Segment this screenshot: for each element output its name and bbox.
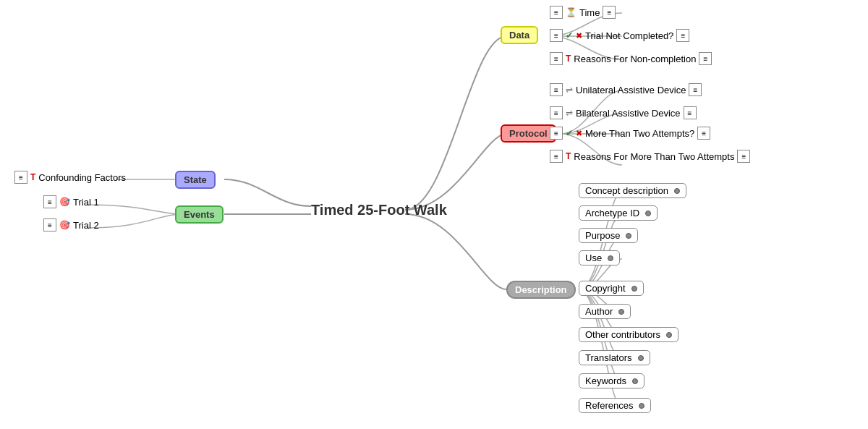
author-node: Author	[579, 304, 631, 319]
dot-icon10	[639, 403, 644, 409]
translators-node: Translators	[579, 350, 650, 365]
unilateral-node: ≡ ⇌ Unilateral Assistive Device ≡	[550, 83, 705, 96]
trial-not-completed-node: ≡ ✔✖ Trial Not Completed? ≡	[550, 29, 692, 42]
events-label: Events	[175, 205, 224, 224]
description-node[interactable]: Description	[506, 281, 576, 299]
doc-icon2: ≡	[603, 6, 616, 19]
reasons-non-completion-label: Reasons For Non-completion	[574, 54, 696, 64]
dot-icon1	[674, 188, 680, 194]
data-node[interactable]: Data	[501, 26, 538, 44]
doc-icon9: ≡	[550, 106, 563, 119]
arrow-icon2: ⇌	[566, 108, 573, 118]
keywords-node: Keywords	[579, 373, 644, 388]
other-contributors-label: Other contributors	[585, 329, 660, 340]
archetype-id-label: Archetype ID	[585, 208, 639, 218]
dot-icon4	[608, 255, 613, 261]
more-than-two-node: ≡ ✔✖ More Than Two Attempts? ≡	[550, 127, 713, 140]
dot-icon2	[645, 211, 651, 216]
target-icon2: 🎯	[59, 220, 70, 230]
protocol-label: Protocol	[501, 124, 556, 143]
archetype-id-node: Archetype ID	[579, 205, 658, 221]
doc-icon13: ≡	[550, 150, 563, 163]
x-icon2: ✖	[576, 129, 582, 138]
dot-icon7	[666, 332, 672, 338]
doc-icon3: ≡	[550, 29, 563, 42]
trial1-node: ≡ 🎯 Trial 1	[43, 195, 99, 208]
bilateral-node: ≡ ⇌ Bilateral Assistive Device ≡	[550, 106, 699, 119]
doc-icon17: ≡	[43, 218, 56, 232]
confounding-factors-node: ≡ T Confounding Factors	[14, 171, 126, 184]
doc-icon4: ≡	[676, 29, 689, 42]
doc-icon10: ≡	[684, 106, 697, 119]
purpose-node: Purpose	[579, 228, 638, 243]
unilateral-label: Unilateral Assistive Device	[576, 85, 686, 95]
target-icon1: 🎯	[59, 197, 70, 207]
doc-icon15: ≡	[14, 171, 27, 184]
copyright-node: Copyright	[579, 281, 644, 296]
t-icon2: T	[566, 151, 571, 161]
dot-icon8	[638, 355, 644, 361]
trial2-label: Trial 2	[73, 220, 99, 231]
more-than-two-label: More Than Two Attempts?	[585, 128, 694, 139]
purpose-label: Purpose	[585, 230, 620, 241]
doc-icon14: ≡	[737, 150, 750, 163]
doc-icon: ≡	[550, 6, 563, 19]
state-label: State	[175, 171, 216, 189]
doc-icon5: ≡	[550, 52, 563, 65]
doc-icon8: ≡	[689, 83, 702, 96]
doc-icon11: ≡	[550, 127, 563, 140]
use-node: Use	[579, 250, 620, 266]
time-label: Time	[579, 7, 600, 18]
trial-not-completed-label: Trial Not Completed?	[585, 30, 673, 41]
trial2-node: ≡ 🎯 Trial 2	[43, 218, 99, 232]
copyright-label: Copyright	[585, 283, 626, 294]
time-node: ≡ ⏳ Time ≡	[550, 6, 618, 19]
x-icon: ✖	[576, 31, 582, 41]
reasons-more-two-node: ≡ T Reasons For More Than Two Attempts ≡	[550, 150, 753, 163]
author-label: Author	[585, 306, 613, 317]
data-label: Data	[501, 26, 538, 44]
trial1-label: Trial 1	[73, 197, 99, 208]
bilateral-label: Bilateral Assistive Device	[576, 108, 681, 119]
dot-icon6	[618, 309, 624, 315]
dot-icon3	[626, 233, 631, 239]
center-node: Timed 25-Foot Walk	[304, 200, 454, 221]
dot-icon9	[632, 378, 638, 384]
translators-label: Translators	[585, 352, 632, 363]
description-label: Description	[506, 281, 576, 299]
time-icon: ⏳	[566, 7, 576, 17]
doc-icon16: ≡	[43, 195, 56, 208]
reasons-non-completion-node: ≡ T Reasons For Non-completion ≡	[550, 52, 715, 65]
confounding-factors-label: Confounding Factors	[38, 172, 126, 183]
concept-desc-label: Concept description	[585, 185, 668, 196]
checkx-icon: ✔	[566, 30, 573, 41]
other-contributors-node: Other contributors	[579, 327, 678, 342]
state-node[interactable]: State	[175, 171, 216, 189]
use-label: Use	[585, 252, 602, 263]
references-node: References	[579, 398, 651, 413]
protocol-node[interactable]: Protocol	[501, 124, 556, 143]
dot-icon5	[631, 286, 637, 292]
t-icon3: T	[30, 172, 35, 182]
doc-icon7: ≡	[550, 83, 563, 96]
events-node[interactable]: Events	[175, 205, 224, 224]
doc-icon6: ≡	[699, 52, 712, 65]
doc-icon12: ≡	[697, 127, 710, 140]
reasons-more-two-label: Reasons For More Than Two Attempts	[574, 151, 734, 162]
references-label: References	[585, 400, 633, 411]
center-label: Timed 25-Foot Walk	[304, 200, 454, 221]
concept-desc-node: Concept description	[579, 183, 686, 198]
arrow-icon1: ⇌	[566, 85, 573, 95]
t-icon: T	[566, 54, 571, 64]
keywords-label: Keywords	[585, 375, 626, 386]
checkx-icon2: ✔	[566, 128, 573, 138]
